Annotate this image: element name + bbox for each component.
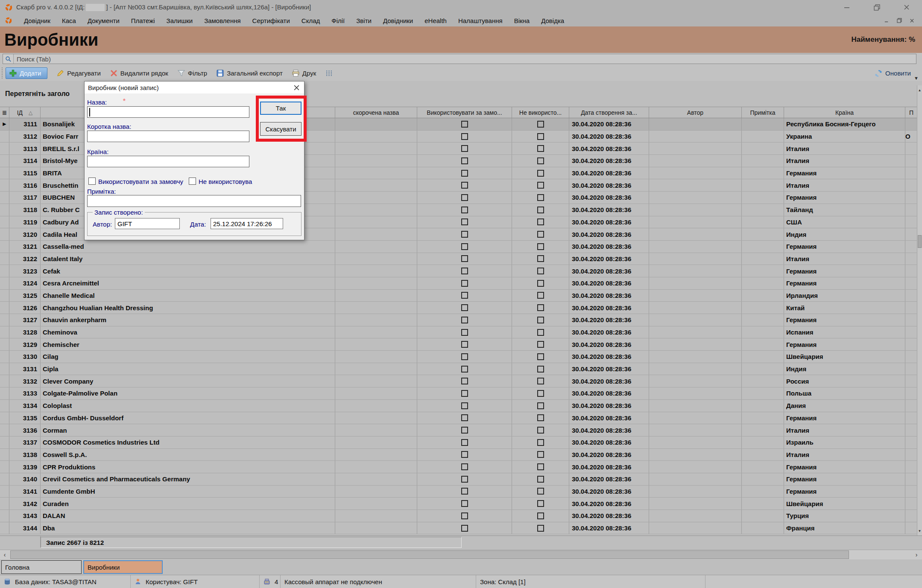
menu-item-13[interactable]: Налаштування xyxy=(458,17,503,24)
use-default-row-checkbox[interactable] xyxy=(461,268,468,274)
not-use-row-checkbox[interactable] xyxy=(537,329,544,336)
table-row[interactable]: 3122Catalent Italy30.04.2020 08:28:36Ита… xyxy=(0,253,917,265)
menu-item-8[interactable]: Склад xyxy=(301,17,320,24)
column-header-3[interactable]: скорочена назва xyxy=(335,107,417,118)
column-header-7[interactable]: Автор xyxy=(649,107,742,118)
not-use-row-checkbox[interactable] xyxy=(537,170,544,177)
minimize-icon[interactable] xyxy=(843,4,850,11)
menu-item-9[interactable]: Філії xyxy=(331,17,345,24)
table-row[interactable]: 3129Chemischer30.04.2020 08:28:36Германи… xyxy=(0,338,917,351)
use-default-row-checkbox[interactable] xyxy=(461,488,468,495)
use-default-row-checkbox[interactable] xyxy=(461,231,468,238)
use-default-checkbox[interactable] xyxy=(88,178,96,185)
not-use-row-checkbox[interactable] xyxy=(537,207,544,213)
table-row[interactable]: 3139CPR Produktions30.04.2020 08:28:36Ге… xyxy=(0,461,917,473)
use-default-row-checkbox[interactable] xyxy=(461,329,468,336)
use-default-row-checkbox[interactable] xyxy=(461,304,468,311)
not-use-row-checkbox[interactable] xyxy=(537,280,544,287)
edit-button[interactable]: Редагувати xyxy=(57,70,101,77)
horizontal-scrollbar[interactable]: ‹ › xyxy=(0,550,922,559)
use-default-row-checkbox[interactable] xyxy=(461,255,468,262)
not-use-row-checkbox[interactable] xyxy=(537,512,544,519)
not-use-row-checkbox[interactable] xyxy=(537,268,544,274)
menu-item-7[interactable]: Сертифікати xyxy=(252,17,290,24)
not-use-row-checkbox[interactable] xyxy=(537,243,544,250)
menu-item-2[interactable]: Каса xyxy=(62,17,76,24)
use-default-row-checkbox[interactable] xyxy=(461,512,468,519)
not-use-checkbox[interactable] xyxy=(189,178,196,185)
use-default-row-checkbox[interactable] xyxy=(461,427,468,434)
not-use-row-checkbox[interactable] xyxy=(537,255,544,262)
menu-item-14[interactable]: Вікна xyxy=(514,17,530,24)
not-use-row-checkbox[interactable] xyxy=(537,317,544,323)
table-row[interactable]: 3124Cesra Arcneimittel30.04.2020 08:28:3… xyxy=(0,277,917,290)
columns-button[interactable] xyxy=(325,70,333,77)
table-row[interactable]: 3132Clever Company30.04.2020 08:28:36Рос… xyxy=(0,375,917,387)
not-use-row-checkbox[interactable] xyxy=(537,476,544,483)
table-row[interactable]: 3141Cumdente GmbH30.04.2020 08:28:36Герм… xyxy=(0,486,917,498)
menu-item-1[interactable]: Довідник xyxy=(24,17,50,24)
not-use-row-checkbox[interactable] xyxy=(537,488,544,495)
use-default-row-checkbox[interactable] xyxy=(461,476,468,483)
scroll-left-icon[interactable]: ‹ xyxy=(0,550,9,559)
use-default-row-checkbox[interactable] xyxy=(461,133,468,140)
use-default-row-checkbox[interactable] xyxy=(461,280,468,287)
not-use-row-checkbox[interactable] xyxy=(537,463,544,470)
column-header-6[interactable]: Дата створення за... xyxy=(569,107,649,118)
column-header-1[interactable]: ІД△ xyxy=(9,107,41,118)
cancel-button[interactable]: Скасувати xyxy=(260,122,301,136)
not-use-row-checkbox[interactable] xyxy=(537,121,544,128)
close-icon[interactable] xyxy=(903,4,910,11)
export-button[interactable]: Загальний експорт xyxy=(217,70,283,77)
add-button[interactable]: Додати xyxy=(6,67,47,79)
not-use-row-checkbox[interactable] xyxy=(537,218,544,225)
menu-item-6[interactable]: Замовлення xyxy=(204,17,240,24)
name-field[interactable] xyxy=(87,106,249,118)
table-row[interactable]: 3125Chanelle Medical30.04.2020 08:28:36И… xyxy=(0,290,917,302)
use-default-row-checkbox[interactable] xyxy=(461,317,468,323)
not-use-row-checkbox[interactable] xyxy=(537,145,544,152)
table-row[interactable]: 3135Cordus GmbH- Dusseldorf30.04.2020 08… xyxy=(0,412,917,425)
toolbar-overflow-caret-icon[interactable]: ▼ xyxy=(914,76,919,81)
not-use-row-checkbox[interactable] xyxy=(537,366,544,373)
not-use-row-checkbox[interactable] xyxy=(537,414,544,421)
menu-item-3[interactable]: Документи xyxy=(88,17,120,24)
dialog-close-icon[interactable] xyxy=(289,82,304,93)
column-header-8[interactable]: Примітка xyxy=(742,107,784,118)
tab-manufacturers[interactable]: Виробники xyxy=(83,560,163,574)
use-default-row-checkbox[interactable] xyxy=(461,439,468,446)
use-default-row-checkbox[interactable] xyxy=(461,243,468,250)
date-field[interactable]: 25.12.2024 17:26:26 xyxy=(211,218,283,229)
use-default-row-checkbox[interactable] xyxy=(461,170,468,177)
table-row[interactable]: 3136Corman30.04.2020 08:28:36Италия xyxy=(0,424,917,437)
table-row[interactable]: 3130Cilag30.04.2020 08:28:36Швейцария xyxy=(0,351,917,363)
use-default-row-checkbox[interactable] xyxy=(461,366,468,373)
menu-item-11[interactable]: Довідники xyxy=(383,17,413,24)
use-default-row-checkbox[interactable] xyxy=(461,414,468,421)
table-row[interactable]: 3143DALAN30.04.2020 08:28:36Турция xyxy=(0,510,917,522)
ok-button[interactable]: Так xyxy=(260,102,301,115)
table-row[interactable]: 3126Changzhou Hualian Health Dressing30.… xyxy=(0,302,917,314)
vertical-scrollbar[interactable]: ▲ ▼ xyxy=(917,85,922,536)
not-use-row-checkbox[interactable] xyxy=(537,194,544,201)
table-row[interactable]: 3137COSMODOR Cosmetics Industries Ltd30.… xyxy=(0,437,917,449)
tab-home[interactable]: Головна xyxy=(1,560,82,574)
use-default-row-checkbox[interactable] xyxy=(461,378,468,384)
table-row[interactable]: 3123Cefak30.04.2020 08:28:36Германия xyxy=(0,265,917,277)
use-default-row-checkbox[interactable] xyxy=(461,353,468,360)
use-default-row-checkbox[interactable] xyxy=(461,121,468,128)
scroll-up-icon[interactable]: ▲ xyxy=(917,85,922,95)
column-header-4[interactable]: Використовувати за замо... xyxy=(417,107,512,118)
search-input[interactable]: Поиск (Tab) xyxy=(3,54,916,64)
not-use-row-checkbox[interactable] xyxy=(537,390,544,397)
use-default-row-checkbox[interactable] xyxy=(461,341,468,348)
mdi-restore-icon[interactable] xyxy=(897,17,902,24)
menu-item-5[interactable]: Залишки xyxy=(167,17,193,24)
table-row[interactable]: 3142Curaden30.04.2020 08:28:36Швейцария xyxy=(0,498,917,510)
table-row[interactable]: 3138Coswell S.p.A.30.04.2020 08:28:36Ита… xyxy=(0,449,917,461)
table-row[interactable]: 3128Cheminova30.04.2020 08:28:36Испания xyxy=(0,326,917,339)
vertical-scroll-thumb[interactable] xyxy=(918,235,922,248)
column-header-5[interactable]: Не використо... xyxy=(512,107,569,118)
table-row[interactable]: 3127Chauvin ankerpharm30.04.2020 08:28:3… xyxy=(0,314,917,326)
not-use-row-checkbox[interactable] xyxy=(537,231,544,238)
